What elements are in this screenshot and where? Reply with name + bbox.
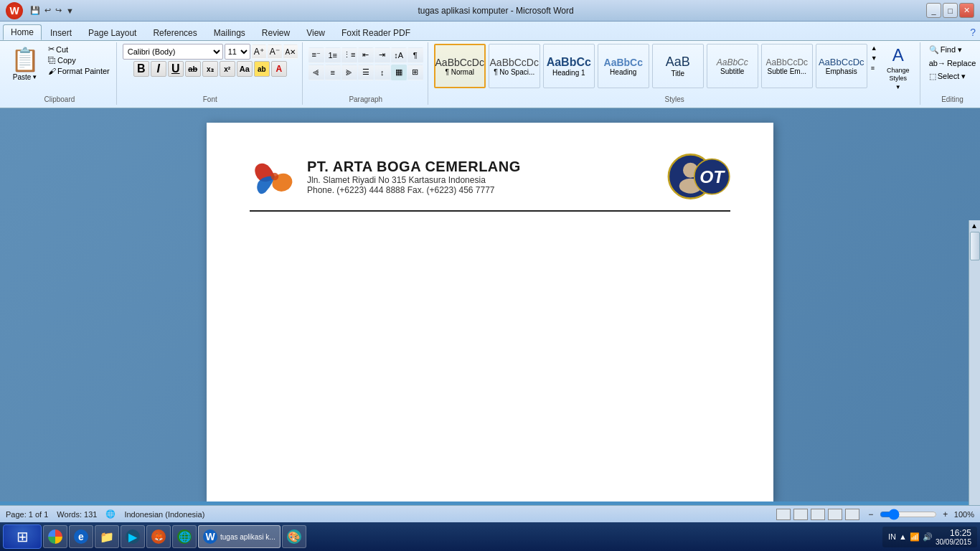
change-styles-button[interactable]: A Change Styles ▼ [881, 44, 915, 92]
window-controls: _ □ ✕ [926, 3, 974, 18]
format-painter-icon: 🖌 [48, 67, 56, 75]
replace-icon: ab→ [929, 59, 946, 67]
taskbar-word[interactable]: W tugas aplikasi k... [198, 525, 281, 548]
company-phone: Phone. (+6223) 444 8888 Fax. (+6223) 456… [307, 185, 521, 195]
decrease-font-btn[interactable]: A⁻ [268, 44, 282, 59]
shading-btn[interactable]: ▦ [391, 65, 407, 80]
word-icon: W [203, 529, 217, 544]
style-title[interactable]: AaB Title [652, 44, 704, 88]
taskbar-firefox[interactable]: 🦊 [146, 525, 171, 548]
styles-scroll-expand[interactable]: ≡ [870, 64, 878, 72]
tab-view[interactable]: View [298, 25, 333, 40]
cut-button[interactable]: ✂ Cut [46, 44, 112, 55]
tab-home[interactable]: Home [3, 24, 42, 40]
font-color-btn[interactable]: A [271, 61, 287, 77]
style-heading1[interactable]: AaBbCc Heading 1 [543, 44, 595, 88]
zoom-slider[interactable] [880, 509, 937, 520]
justify-btn[interactable]: ☰ [358, 65, 374, 80]
scroll-up-btn[interactable]: ▲ [969, 220, 979, 230]
zoom-out-btn[interactable]: − [865, 509, 877, 520]
web-layout-btn[interactable] [811, 509, 825, 520]
taskbar-green-browser[interactable]: 🌐 [172, 525, 197, 548]
bold-btn[interactable]: B [133, 61, 149, 77]
vertical-scrollbar[interactable]: ▲ ▼ [969, 220, 980, 551]
superscript-btn[interactable]: x² [220, 61, 235, 77]
save-quick-btn[interactable]: 💾 [29, 5, 42, 16]
clipboard-label: Clipboard [3, 95, 116, 103]
show-hide-btn[interactable]: ¶ [407, 47, 423, 63]
increase-font-btn[interactable]: A⁺ [252, 44, 266, 59]
change-styles-label: Change Styles [884, 67, 913, 83]
styles-scroll-down[interactable]: ▼ [870, 54, 878, 62]
style-no-spacing[interactable]: AaBbCcDc ¶ No Spaci... [489, 44, 540, 88]
taskbar-chrome[interactable] [43, 525, 67, 548]
customize-quick-btn[interactable]: ▼ [65, 6, 75, 16]
taskbar-paint[interactable]: 🎨 [282, 525, 306, 548]
office-button[interactable]: W [6, 2, 23, 19]
tab-foxit[interactable]: Foxit Reader PDF [334, 25, 418, 40]
font-size-select[interactable]: 11 [225, 44, 250, 60]
subscript-btn[interactable]: x₂ [202, 61, 218, 77]
paste-button[interactable]: 📋 Paste▼ [7, 44, 43, 83]
styles-scroll-up[interactable]: ▲ [870, 44, 878, 52]
select-button[interactable]: ⬚ Select ▾ [926, 70, 969, 83]
style-subtitle[interactable]: AaBbCc Subtitle [707, 44, 758, 88]
taskbar-media[interactable]: ▶ [121, 525, 145, 548]
change-case-btn[interactable]: Aa [237, 61, 253, 77]
font-family-select[interactable]: Calibri (Body) [123, 44, 223, 60]
style-normal[interactable]: AaBbCcDc ¶ Normal [434, 44, 486, 88]
style-emphasis[interactable]: AaBbCcDc Emphasis [816, 44, 867, 88]
tab-insert[interactable]: Insert [42, 25, 80, 40]
increase-indent-btn[interactable]: ⇥ [374, 47, 390, 63]
language-indicator: 🌐 [105, 509, 116, 519]
taskbar-ie[interactable]: e [69, 525, 93, 548]
document-body[interactable] [250, 226, 730, 441]
scroll-thumb[interactable] [970, 232, 980, 260]
redo-quick-btn[interactable]: ↪ [54, 5, 63, 16]
numbering-btn[interactable]: 1≡ [325, 47, 341, 63]
print-layout-btn[interactable] [776, 509, 791, 520]
start-button[interactable]: ⊞ [3, 524, 42, 549]
taskbar-explorer[interactable]: 📁 [95, 525, 119, 548]
copy-button[interactable]: ⿻ Copy [46, 55, 112, 65]
sort-btn[interactable]: ↕A [391, 47, 407, 63]
replace-button[interactable]: ab→ Replace [926, 57, 979, 69]
clock-time: 16:25 [936, 528, 971, 538]
zoom-in-btn[interactable]: + [940, 509, 951, 520]
underline-btn[interactable]: U [168, 61, 184, 77]
italic-btn[interactable]: I [151, 61, 166, 77]
minimize-btn[interactable]: _ [926, 3, 941, 18]
style-heading2[interactable]: AaBbCc Heading [598, 44, 649, 88]
company-logo-left [250, 151, 300, 202]
tab-mailings[interactable]: Mailings [206, 25, 253, 40]
align-center-btn[interactable]: ≡ [325, 65, 341, 80]
tab-references[interactable]: References [145, 25, 204, 40]
help-icon[interactable]: ? [966, 24, 980, 40]
style-subtle-em[interactable]: AaBbCcDc Subtle Em... [761, 44, 813, 88]
full-screen-btn[interactable] [793, 509, 808, 520]
decrease-indent-btn[interactable]: ⇤ [358, 47, 374, 63]
document-scroll-area[interactable]: PT. ARTA BOGA CEMERLANG Jln. Slamet Riya… [0, 108, 980, 501]
clear-format-btn[interactable]: A✕ [283, 44, 298, 59]
line-spacing-btn[interactable]: ↕ [374, 65, 390, 80]
strikethrough-btn[interactable]: ab [185, 61, 201, 77]
tab-page-layout[interactable]: Page Layout [80, 25, 144, 40]
format-painter-button[interactable]: 🖌 Format Painter [46, 66, 112, 76]
outline-btn[interactable] [828, 509, 842, 520]
window-title: tugas aplikasi komputer - Microsoft Word [6, 6, 980, 16]
find-button[interactable]: 🔍 Find ▾ [926, 44, 965, 56]
undo-quick-btn[interactable]: ↩ [43, 5, 52, 16]
align-right-btn[interactable]: ⫸ [341, 65, 357, 80]
highlight-btn[interactable]: ab [254, 61, 270, 77]
close-btn[interactable]: ✕ [959, 3, 974, 18]
draft-btn[interactable] [845, 509, 859, 520]
borders-btn[interactable]: ⊞ [407, 65, 423, 80]
align-left-btn[interactable]: ⫷ [308, 65, 324, 80]
company-address: Jln. Slamet Riyadi No 315 Kartasura Indo… [307, 175, 521, 185]
styles-label: Styles [430, 95, 920, 103]
multilevel-btn[interactable]: ⋮≡ [341, 47, 357, 63]
bullets-btn[interactable]: ≡⁻ [308, 47, 324, 63]
style-emphasis-label: Emphasis [826, 67, 857, 75]
restore-btn[interactable]: □ [943, 3, 958, 18]
tab-review[interactable]: Review [254, 25, 298, 40]
